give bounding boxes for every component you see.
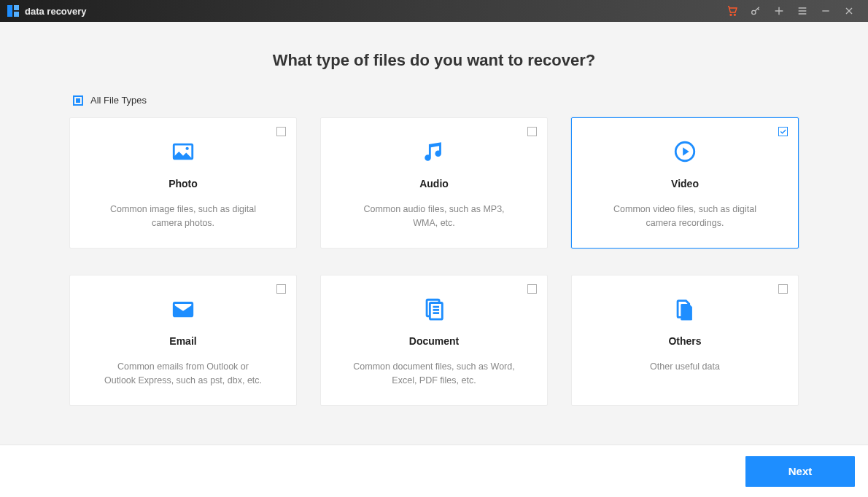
- svg-point-7: [186, 147, 189, 150]
- checkbox-photo[interactable]: [276, 127, 286, 136]
- key-icon[interactable]: [744, 0, 767, 22]
- video-icon: [589, 136, 780, 168]
- card-audio[interactable]: Audio Common audio files, such as MP3, W…: [320, 117, 548, 248]
- audio-icon: [338, 136, 530, 168]
- svg-rect-2: [14, 12, 19, 17]
- document-icon: [338, 293, 530, 325]
- plus-icon[interactable]: [767, 0, 791, 22]
- card-desc: Common image files, such as digital came…: [88, 203, 279, 230]
- svg-rect-1: [14, 5, 19, 10]
- card-document[interactable]: Document Common document files, such as …: [320, 275, 548, 406]
- card-desc: Common document files, such as Word, Exc…: [338, 360, 530, 388]
- card-email[interactable]: Email Common emails from Outlook or Outl…: [69, 275, 297, 406]
- checkbox-document[interactable]: [527, 284, 537, 294]
- page-title: What type of files do you want to recove…: [0, 51, 868, 70]
- cart-icon[interactable]: [721, 0, 744, 22]
- svg-point-5: [752, 10, 756, 14]
- title-bar: data recovery: [0, 0, 868, 22]
- card-title: Email: [88, 335, 279, 347]
- card-grid: Photo Common image files, such as digita…: [69, 117, 799, 406]
- svg-point-3: [730, 14, 732, 15]
- card-others[interactable]: Others Other useful data: [571, 275, 799, 406]
- next-button[interactable]: Next: [745, 456, 855, 487]
- card-photo[interactable]: Photo Common image files, such as digita…: [69, 117, 297, 248]
- footer-bar: Next: [0, 445, 868, 497]
- card-desc: Common audio files, such as MP3, WMA, et…: [338, 203, 530, 230]
- select-all-row[interactable]: All File Types: [73, 95, 868, 106]
- menu-icon[interactable]: [791, 0, 814, 22]
- svg-rect-0: [7, 5, 12, 17]
- card-desc: Other useful data: [589, 360, 780, 374]
- checkbox-others[interactable]: [778, 284, 788, 294]
- minimize-icon[interactable]: [814, 0, 837, 22]
- card-title: Document: [338, 335, 530, 347]
- photo-icon: [88, 136, 279, 168]
- card-title: Audio: [338, 178, 530, 189]
- email-icon: [88, 293, 279, 325]
- card-desc: Common emails from Outlook or Outlook Ex…: [88, 360, 279, 388]
- close-icon[interactable]: [837, 0, 861, 22]
- checkbox-video[interactable]: [778, 127, 788, 136]
- card-title: Photo: [88, 178, 279, 189]
- select-all-label: All File Types: [90, 95, 147, 106]
- card-desc: Common video files, such as digital came…: [589, 203, 780, 230]
- others-icon: [589, 293, 780, 325]
- checkbox-email[interactable]: [276, 284, 286, 294]
- card-title: Video: [589, 178, 780, 189]
- svg-point-4: [734, 14, 735, 15]
- main-content: What type of files do you want to recove…: [0, 22, 868, 406]
- card-video[interactable]: Video Common video files, such as digita…: [571, 117, 799, 248]
- select-all-checkbox[interactable]: [73, 95, 83, 106]
- checkbox-audio[interactable]: [527, 127, 537, 136]
- app-title: data recovery: [25, 6, 87, 17]
- card-title: Others: [589, 335, 780, 347]
- app-logo-icon: [7, 5, 19, 17]
